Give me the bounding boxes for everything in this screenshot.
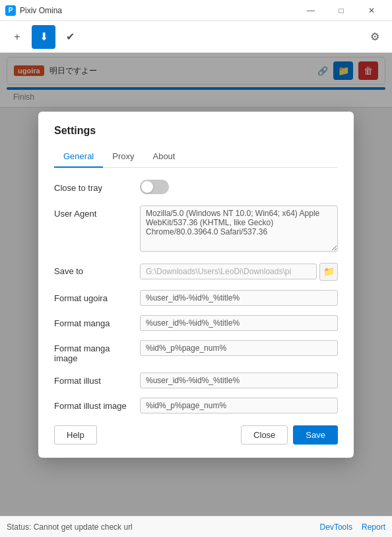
devtools-link[interactable]: DevTools	[320, 522, 352, 532]
toggle-knob	[141, 181, 153, 193]
modal-title: Settings	[54, 125, 338, 137]
format-illust-input[interactable]	[140, 373, 338, 388]
format-illust-image-label: Format illust image	[54, 398, 133, 411]
settings-tabs: General Proxy About	[54, 147, 338, 168]
format-manga-control	[140, 315, 338, 331]
add-icon: +	[14, 31, 20, 43]
format-manga-label: Format manga	[54, 315, 133, 328]
format-illust-image-input[interactable]	[140, 398, 338, 413]
window-controls: — □ ✕	[296, 0, 387, 21]
format-ugoira-label: Format ugoira	[54, 290, 133, 303]
download-button[interactable]: ⬇	[32, 25, 55, 49]
format-illust-control	[140, 373, 338, 388]
status-text: Status: Cannot get update check url	[7, 522, 133, 532]
main-content: ugoira 明日ですよー 🔗 📁 🗑 Finish Settings Gene…	[0, 53, 392, 516]
modal-overlay: Settings General Proxy About Close to tr…	[0, 53, 392, 516]
tab-about[interactable]: About	[143, 147, 184, 168]
tab-general[interactable]: General	[54, 147, 103, 168]
format-illust-image-control	[140, 398, 338, 413]
title-bar: P Pixiv Omina — □ ✕	[0, 0, 392, 21]
user-agent-input[interactable]: Mozilla/5.0 (Windows NT 10.0; Win64; x64…	[140, 205, 338, 252]
close-button[interactable]: ✕	[356, 0, 387, 21]
format-ugoira-row: Format ugoira	[54, 290, 338, 306]
toolbar: + ⬇ ✔ ⚙	[0, 21, 392, 53]
help-button[interactable]: Help	[54, 425, 97, 445]
download-icon: ⬇	[40, 30, 48, 43]
close-to-tray-toggle[interactable]	[140, 180, 169, 194]
user-agent-row: User Agent Mozilla/5.0 (Windows NT 10.0;…	[54, 205, 338, 254]
save-to-label: Save to	[54, 263, 133, 276]
modal-footer: Help Close Save	[54, 425, 338, 445]
app-icon: P	[5, 5, 16, 16]
window-title: Pixiv Omina	[20, 6, 296, 15]
format-ugoira-control	[140, 290, 338, 306]
format-ugoira-input[interactable]	[140, 290, 338, 306]
close-to-tray-label: Close to tray	[54, 180, 133, 193]
user-agent-control: Mozilla/5.0 (Windows NT 10.0; Win64; x64…	[140, 205, 338, 254]
close-modal-button[interactable]: Close	[241, 425, 288, 445]
save-to-wrapper: 📁	[140, 263, 338, 281]
save-to-input[interactable]	[140, 264, 317, 279]
gear-icon: ⚙	[370, 30, 379, 43]
format-manga-row: Format manga	[54, 315, 338, 331]
format-manga-image-label: Format manga image	[54, 340, 133, 363]
format-illust-image-row: Format illust image	[54, 398, 338, 413]
add-button[interactable]: +	[5, 25, 29, 49]
format-manga-image-input[interactable]	[140, 340, 338, 356]
folder-browse-icon: 📁	[323, 266, 335, 277]
status-bar: Status: Cannot get update check url DevT…	[0, 516, 392, 537]
close-to-tray-row: Close to tray	[54, 180, 338, 196]
minimize-button[interactable]: —	[296, 0, 326, 21]
format-manga-image-row: Format manga image	[54, 340, 338, 363]
save-to-row: Save to 📁	[54, 263, 338, 281]
check-button[interactable]: ✔	[58, 25, 82, 49]
format-manga-input[interactable]	[140, 315, 338, 331]
check-icon: ✔	[66, 30, 75, 43]
footer-right-buttons: Close Save	[241, 425, 338, 445]
save-to-browse-button[interactable]: 📁	[319, 263, 338, 281]
user-agent-label: User Agent	[54, 205, 133, 219]
save-to-control: 📁	[140, 263, 338, 281]
format-manga-image-control	[140, 340, 338, 356]
close-to-tray-control	[140, 180, 338, 196]
report-link[interactable]: Report	[362, 522, 385, 532]
settings-modal: Settings General Proxy About Close to tr…	[38, 112, 354, 458]
settings-gear-button[interactable]: ⚙	[363, 25, 387, 49]
tab-proxy[interactable]: Proxy	[103, 147, 143, 168]
maximize-button[interactable]: □	[326, 0, 356, 21]
save-button[interactable]: Save	[293, 425, 338, 445]
format-illust-row: Format illust	[54, 373, 338, 388]
format-illust-label: Format illust	[54, 373, 133, 386]
